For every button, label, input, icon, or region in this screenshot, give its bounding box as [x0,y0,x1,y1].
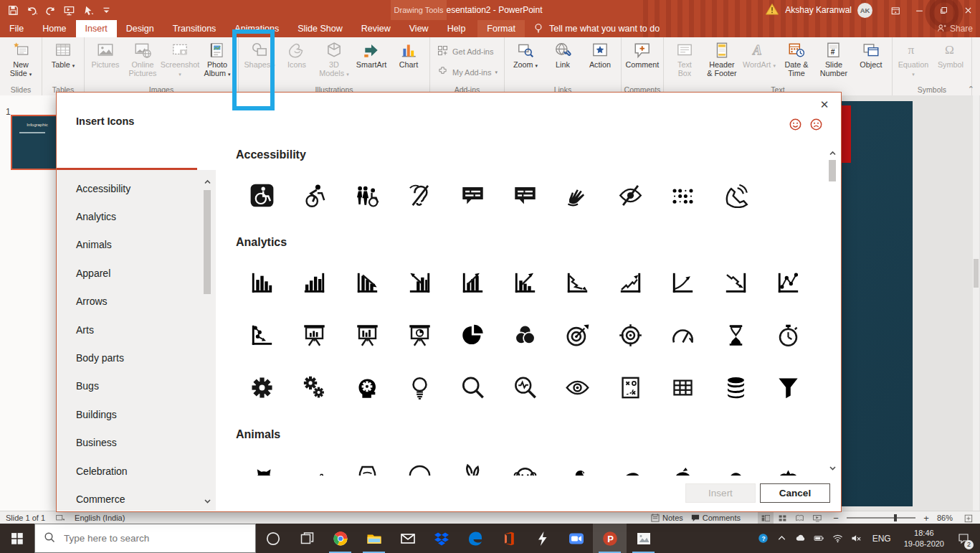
line-chart-down-icon[interactable] [551,257,604,309]
category-body-parts[interactable]: Body parts [57,344,216,372]
action-center-button[interactable]: 2 [951,524,976,553]
monkey-icon[interactable] [499,449,551,476]
search-input[interactable] [62,532,247,544]
my-add-ins-button[interactable]: My Add-ins▾ [432,64,502,80]
zoom-level[interactable]: 86% [937,514,953,522]
action-button[interactable]: Action [581,39,619,70]
share-button[interactable]: Share [936,20,973,37]
strategy-pad-icon[interactable] [604,361,657,414]
assistive-phone-icon[interactable] [710,169,762,222]
presentation-pie-icon[interactable] [394,309,446,361]
taskbar-app-edge[interactable] [458,524,492,553]
taskbar-app-lightning[interactable] [525,524,559,553]
redo-icon[interactable] [43,3,57,17]
gauge-icon[interactable] [657,309,709,361]
table-button[interactable]: Table ▾ [44,39,82,70]
hedgehog-icon[interactable] [604,449,657,476]
zoom-out-button[interactable]: − [832,513,839,524]
crosshair-icon[interactable] [604,309,657,361]
rabbit-icon[interactable] [447,449,499,476]
category-analytics[interactable]: Analytics [57,202,216,230]
scatter-arrow-icon[interactable] [236,309,288,361]
gears-icon[interactable] [288,361,341,414]
tab-format[interactable]: Format [477,20,525,37]
bat-icon[interactable] [762,449,814,476]
category-apparel[interactable]: Apparel [57,259,216,287]
start-button[interactable] [0,524,34,553]
fit-slide-icon[interactable] [960,512,976,524]
tray-onedrive-icon[interactable] [792,524,809,553]
scroll-down-icon[interactable] [203,495,212,504]
sidebar-scrollbar[interactable] [203,176,212,504]
taskbar-app-zoom-app[interactable] [559,524,593,553]
bird-icon[interactable] [657,449,709,476]
close-button[interactable] [956,0,980,20]
pie-chart-icon[interactable] [447,309,499,361]
wheelchair-user-icon[interactable] [288,169,341,222]
tab-insert[interactable]: Insert [76,20,117,37]
database-icon[interactable] [710,361,762,414]
taskbar-search[interactable] [34,524,256,553]
bar-chart-arrow-icon[interactable] [499,257,551,309]
category-animals[interactable]: Animals [57,231,216,259]
accessible-sign-icon[interactable] [236,169,288,222]
video-button[interactable]: Video ▾ [974,39,980,70]
new-slide-button[interactable]: NewSlide ▾ [2,39,39,78]
taskbar-app-office[interactable] [492,524,525,553]
tell-me-box[interactable]: Tell me what you want to do [525,20,668,37]
get-add-ins-button[interactable]: Get Add-ins [432,43,498,60]
tab-review[interactable]: Review [352,20,400,37]
smartart-button[interactable]: SmartArt [353,39,390,70]
chart-button[interactable]: Chart [390,39,427,70]
ribbon-display-options-button[interactable] [883,0,907,20]
tray-clock[interactable]: 18:4619-08-2020 [898,528,950,549]
taskbar-app-chrome[interactable] [323,524,357,553]
tab-help[interactable]: Help [438,20,475,37]
bar-chart-icon[interactable] [236,257,288,309]
funnel-icon[interactable] [762,361,814,414]
scroll-down-icon[interactable] [828,462,837,471]
view-sorter-button[interactable] [775,512,791,524]
link-button[interactable]: Link [544,39,581,70]
scatter-line-icon[interactable] [762,257,814,309]
taskbar-app-dropbox[interactable] [424,524,458,553]
cat-icon[interactable] [236,449,288,476]
taskbar-app-powerpoint[interactable]: P [593,524,627,553]
stopwatch-icon[interactable] [762,309,814,361]
category-arrows[interactable]: Arrows [57,288,216,316]
hourglass-icon[interactable] [710,309,762,361]
photo-album-button[interactable]: PhotoAlbum ▾ [199,39,236,78]
scroll-up-icon[interactable] [828,147,837,156]
scroll-up-icon[interactable] [203,176,212,185]
tab-file[interactable]: File [0,20,33,37]
line-chart-arrow-down-icon[interactable] [710,257,762,309]
avatar[interactable]: AK [857,3,872,18]
hamster-icon[interactable] [394,449,446,476]
dog-icon[interactable] [288,449,341,476]
table-grid-icon[interactable] [657,361,709,414]
category-commerce[interactable]: Commerce [57,485,216,513]
category-buildings[interactable]: Buildings [57,400,216,428]
header-footer-button[interactable]: Header& Footer [703,39,741,78]
save-icon[interactable] [6,3,20,17]
category-bugs[interactable]: Bugs [57,372,216,400]
comments-button[interactable]: Comments [690,513,741,524]
tab-view[interactable]: View [400,20,438,37]
laser-pointer-icon[interactable] [80,3,95,17]
zoom-button[interactable]: Zoom ▾ [507,39,544,70]
presentation-columns-icon[interactable] [341,309,394,361]
canvas-scrollbar[interactable] [973,95,979,511]
taskbar-app-explorer[interactable] [357,524,391,553]
magnifier-pulse-icon[interactable] [499,361,551,414]
zoom-slider[interactable] [847,517,915,519]
zoom-slider-thumb[interactable] [894,514,897,521]
tab-slide-show[interactable]: Slide Show [288,20,352,37]
tray-mute-icon[interactable] [848,524,865,553]
slide-number-button[interactable]: #SlideNumber [815,39,852,78]
presentation-bars-icon[interactable] [288,309,341,361]
venn-diagram-icon[interactable] [499,309,551,361]
collapse-ribbon-icon[interactable]: ⌃ [968,85,974,94]
tray-wifi-icon[interactable] [829,524,847,553]
line-chart-up-icon[interactable] [604,257,657,309]
restore-button[interactable] [931,0,956,20]
